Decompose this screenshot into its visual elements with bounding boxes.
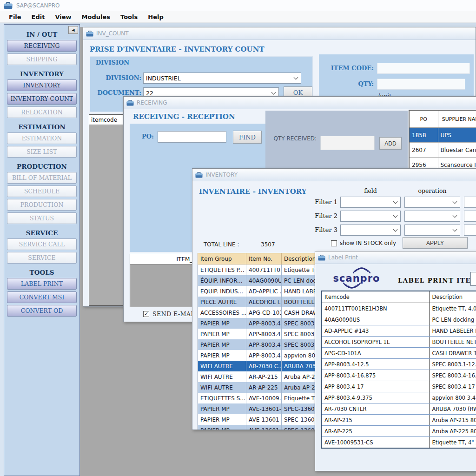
- table-cell: PAPIER MP: [198, 318, 246, 329]
- table-cell: AR-AP-225: [321, 426, 429, 437]
- menu-item-tools[interactable]: Tools: [115, 12, 143, 22]
- chevron-down-icon: [453, 227, 457, 232]
- sidebar-item-convert-msi[interactable]: CONVERT MSI: [7, 291, 77, 303]
- table-row[interactable]: ALCOHOL ISOPROPYL 1LBOUTTEILLE NETT: [321, 337, 476, 348]
- label-print-header[interactable]: Description: [429, 291, 476, 303]
- label-print-header[interactable]: Itemcode: [321, 291, 429, 303]
- label-print-titlebar[interactable]: Label Print: [315, 251, 476, 264]
- table-row[interactable]: 400711TT001RE1H3BNEtiquette TT, 4.000": [321, 303, 476, 314]
- po-input[interactable]: [158, 131, 226, 143]
- label-print-item-input[interactable]: [470, 272, 476, 286]
- table-cell: ACCESSOIRES ...: [198, 307, 246, 318]
- table-row[interactable]: APP-8003.4-16.875SPEC 8003.4-16.875: [321, 370, 476, 381]
- itemcode-list[interactable]: itemcode: [89, 114, 128, 306]
- qty-input[interactable]: [377, 79, 465, 90]
- sidebar-item-size-list[interactable]: SIZE LIST: [7, 146, 77, 158]
- receiving-titlebar[interactable]: RECEIVING: [124, 97, 476, 109]
- qty-received-input[interactable]: [320, 136, 375, 150]
- label-print-item-label: LABEL PRINT ITEM :: [398, 277, 476, 284]
- menu-item-file[interactable]: File: [4, 12, 26, 22]
- table-row[interactable]: AR-AP-225Aruba AP-225 802.1: [321, 426, 476, 437]
- table-cell: ETIQUETTES S...: [198, 393, 246, 403]
- table-row[interactable]: AR-AP-215Aruba AP-215 802.1: [321, 415, 476, 426]
- filter3-operation-combobox[interactable]: [404, 225, 460, 236]
- table-row[interactable]: APP-8003.4-12.5SPEC 8003.1-12.5 A: [321, 359, 476, 370]
- table-row[interactable]: AVE-10009531-CSEtiquette TT, 4" X 5": [321, 437, 476, 449]
- item-code-input[interactable]: [377, 63, 470, 74]
- sidebar-collapse-button[interactable]: ◄: [68, 26, 78, 34]
- table-row[interactable]: APP-8003.4-17SPEC 8003.4-17 App: [321, 381, 476, 392]
- sidebar-item-service-call[interactable]: SERVICE CALL: [7, 238, 77, 250]
- po-table-header[interactable]: PO: [409, 110, 438, 128]
- filter3-field-combobox[interactable]: [340, 225, 401, 236]
- table-cell: APP-8003.4...: [246, 318, 282, 329]
- inventory-titlebar[interactable]: INVENTORY: [192, 169, 476, 181]
- document-value: 22: [146, 90, 153, 97]
- sidebar-item-service[interactable]: SERVICE: [7, 252, 77, 264]
- menu-item-edit[interactable]: Edit: [26, 12, 50, 22]
- inventory-table-header[interactable]: Item Group: [198, 253, 246, 264]
- menu-item-modules[interactable]: Modules: [77, 12, 115, 22]
- filter2-field-combobox[interactable]: [340, 211, 401, 222]
- sidebar-item-shipping[interactable]: SHIPPING: [7, 53, 77, 65]
- sidebar-item-label-print[interactable]: LABEL PRINT: [7, 278, 77, 290]
- table-cell: SPEC 8003.1-12.5 A: [429, 359, 476, 370]
- itemcode-list-header: itemcode: [89, 115, 127, 125]
- table-row[interactable]: 40AG0090USPC-LEN-docking stat: [321, 314, 476, 325]
- find-button[interactable]: FIND: [233, 131, 262, 144]
- filter2-value-input[interactable]: [464, 211, 476, 222]
- table-row[interactable]: AD-APPLIC #143HAND LABELER MO: [321, 325, 476, 337]
- filter-operation-header: operation: [404, 187, 460, 194]
- sidebar-item-convert-od[interactable]: CONVERT OD: [7, 305, 77, 317]
- filter3-value-input[interactable]: [464, 225, 476, 236]
- table-row[interactable]: APG-CD-101ACASH DRAWER TO: [321, 348, 476, 359]
- sidebar-section-header: INVENTORY: [4, 70, 79, 78]
- sidebar-item-inventory[interactable]: INVENTORY: [7, 79, 77, 91]
- sidebar-item-schedule[interactable]: SCHEDULE: [7, 185, 77, 197]
- sidebar-item-relocation[interactable]: RELOCATION: [7, 106, 77, 118]
- menu-item-help[interactable]: Help: [143, 12, 168, 22]
- label-print-header-row: Itemcode Description: [321, 291, 476, 303]
- sidebar-item-receiving[interactable]: RECEIVING: [7, 40, 77, 52]
- inv-count-titlebar[interactable]: INV_COUNT: [83, 27, 476, 40]
- menu-item-view[interactable]: View: [50, 12, 76, 22]
- sidebar-item-estimation[interactable]: ESTIMATION: [7, 132, 77, 144]
- table-cell: CASH DRAWER TO: [429, 348, 476, 359]
- in-stock-checkbox[interactable]: [331, 240, 337, 246]
- table-cell: AR-7030 CNTLR: [321, 403, 429, 415]
- division-label: DIVISION:: [95, 74, 141, 81]
- table-cell: APP-8003.4...: [246, 329, 282, 339]
- inventory-table-header[interactable]: Item No.: [246, 253, 282, 264]
- sidebar-section-header: PRODUCTION: [4, 163, 79, 170]
- table-cell: SPEC 8003.4-17 App: [429, 381, 476, 392]
- item-code-label: ITEM CODE:: [323, 65, 374, 72]
- table-cell: 40AG0090US: [246, 275, 282, 286]
- table-cell: APP-8003.4...: [246, 350, 282, 361]
- table-cell: PIECE AUTRE: [198, 297, 246, 307]
- sidebar-item-inventory-count[interactable]: INVENTORY COUNT: [7, 93, 77, 105]
- sidebar-item-production[interactable]: PRODUCTION: [7, 199, 77, 211]
- table-row[interactable]: APP-8003.4-9.375appvion 800 3.4 dire: [321, 392, 476, 403]
- table-cell: AD-APPLIC #143: [321, 325, 429, 337]
- sidebar-item-status[interactable]: STATUS: [7, 212, 77, 224]
- email-confirm-checkbox[interactable]: ✓: [143, 311, 149, 317]
- table-cell: APP-8003.4-12.5: [321, 359, 429, 370]
- window-title: INV_COUNT: [96, 30, 129, 37]
- apply-button[interactable]: APPLY: [403, 237, 468, 249]
- table-cell: PC-LEN-docking stat: [429, 314, 476, 325]
- table-row[interactable]: AR-7030 CNTLRARUBA 7030 (RW) (: [321, 403, 476, 415]
- add-button[interactable]: ADD: [379, 137, 402, 150]
- table-row[interactable]: 1858UPS: [409, 128, 476, 143]
- po-table-header[interactable]: SUPPLIER NAME: [438, 110, 476, 128]
- table-cell: AR-7030 C...: [246, 361, 282, 371]
- table-row[interactable]: 2607Bluestar Cana: [409, 143, 476, 158]
- filter1-field-combobox[interactable]: [340, 197, 401, 208]
- inv-count-heading: PRISE D'INVENTAIRE - INVENTORY COUNT: [90, 45, 264, 53]
- table-cell: AVE-13601-...: [246, 425, 282, 430]
- filter1-operation-combobox[interactable]: [404, 197, 460, 208]
- division-combobox[interactable]: INDUSTRIEL: [143, 73, 301, 84]
- window-briefcase-icon: [126, 100, 134, 106]
- filter2-operation-combobox[interactable]: [404, 211, 460, 222]
- filter1-value-input[interactable]: [464, 197, 476, 208]
- sidebar-item-bill-of-material[interactable]: BILL OF MATERIAL: [7, 172, 77, 184]
